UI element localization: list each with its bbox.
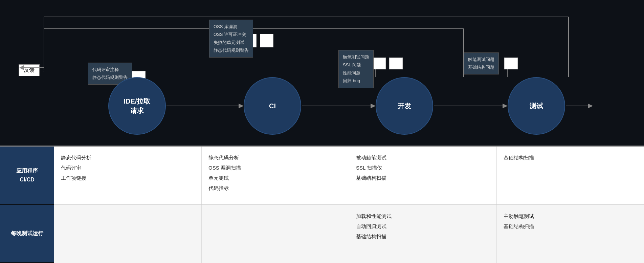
cell-r1-c3-l3: 基础结构扫描: [356, 173, 490, 183]
table-cell-r2-c4: 主动触笔测试 基础结构扫描: [497, 205, 644, 263]
feedback-label: 反馈: [24, 67, 35, 73]
tooltip-ci-line3: 失败的单元测试: [214, 39, 249, 46]
svg-marker-10: [239, 104, 244, 108]
table-left-label-2: 每晚测试运行: [11, 229, 43, 238]
table-row-top: 静态代码分析 代码评审 工作项链接 静态代码分析 OSS 漏洞扫描 单元测试 代…: [54, 147, 644, 205]
tooltip-test: 触笔测试问题 基础结构问题: [464, 52, 499, 74]
cell-r1-c2-l3: 单元测试: [208, 173, 342, 183]
svg-marker-14: [503, 104, 508, 108]
tooltip-dev-line1: 触笔测试问题: [343, 53, 369, 61]
table-cell-r1-c4: 基础结构扫描: [497, 147, 644, 204]
tooltip-test-line1: 触笔测试问题: [468, 56, 494, 63]
tooltip-ci: OSS 库漏洞 OSS 许可证冲突 失败的单元测试 静态代码规则警告: [209, 20, 253, 58]
table-right: 静态代码分析 代码评审 工作项链接 静态代码分析 OSS 漏洞扫描 单元测试 代…: [54, 147, 644, 263]
cell-r1-c2-l2: OSS 漏洞扫描: [208, 163, 342, 173]
white-block-test-1: [504, 58, 518, 69]
cell-r1-c1-l2: 代码评审: [61, 163, 195, 173]
table-left-label-1: 应用程序CI/CD: [16, 167, 38, 184]
white-block-dev-1: [372, 58, 386, 69]
table-cell-r2-c1: [54, 205, 202, 263]
table-cell-r2-c3: 加载和性能测试 自动回归测试 基础结构扫描: [349, 205, 497, 263]
cell-r1-c3-l1: 被动触笔测试: [356, 153, 490, 163]
circle-dev: 开发: [376, 77, 433, 135]
tooltip-test-line2: 基础结构问题: [468, 63, 494, 71]
tooltip-ci-line1: OSS 库漏洞: [214, 23, 249, 30]
cell-r1-c1-l3: 工作项链接: [61, 173, 195, 183]
table-cell-r1-c1: 静态代码分析 代码评审 工作项链接: [54, 147, 202, 204]
tooltip-dev-line3: 性能问题: [343, 69, 369, 77]
white-block-dev-2: [389, 58, 403, 69]
circle-dev-label: 开发: [398, 101, 411, 111]
tooltip-ci-line2: OSS 许可证冲突: [214, 30, 249, 38]
tooltip-ide-line1: 代码评审注释: [92, 66, 128, 73]
cell-r2-c3-l1: 加载和性能测试: [356, 211, 490, 221]
circle-ci: CI: [244, 77, 301, 135]
table-cell-r1-c3: 被动触笔测试 SSL 扫描仪 基础结构扫描: [349, 147, 497, 204]
circle-test-label: 测试: [530, 101, 543, 111]
diagram-area: 反馈: [0, 0, 644, 146]
main-container: 反馈: [0, 0, 644, 263]
svg-marker-12: [371, 104, 376, 108]
cell-r1-c3-l2: SSL 扫描仪: [356, 163, 490, 173]
white-block-ci-2: [260, 34, 273, 47]
tooltip-dev-line2: SSL 问题: [343, 61, 369, 69]
feedback-box: 反馈: [19, 64, 40, 76]
tooltip-dev-line4: 回归 bug: [343, 77, 369, 85]
cell-r1-c1-l1: 静态代码分析: [61, 153, 195, 163]
cell-r2-c4-l1: 主动触笔测试: [504, 211, 637, 221]
cell-r1-c4-l1: 基础结构扫描: [504, 153, 637, 163]
table-cell-r2-c2: [202, 205, 349, 263]
table-area: 应用程序CI/CD 每晚测试运行 静态代码分析 代码评审 工作项链接 静态代码分…: [0, 146, 644, 263]
cell-r2-c3-l2: 自动回归测试: [356, 221, 490, 232]
cell-r2-c4-l2: 基础结构扫描: [504, 221, 637, 232]
cell-r2-c3-l3: 基础结构扫描: [356, 232, 490, 242]
tooltip-ci-line4: 静态代码规则警告: [214, 46, 249, 54]
table-left-cell-1: 应用程序CI/CD: [0, 147, 54, 205]
cell-r1-c2-l1: 静态代码分析: [208, 153, 342, 163]
table-cell-r1-c2: 静态代码分析 OSS 漏洞扫描 单元测试 代码指标: [202, 147, 349, 204]
circle-ide: IDE/拉取请求: [108, 77, 166, 135]
cell-r1-c2-l4: 代码指标: [208, 183, 342, 193]
svg-marker-16: [588, 104, 593, 108]
table-left-cell-2: 每晚测试运行: [0, 205, 54, 263]
circle-ide-label: IDE/拉取请求: [124, 96, 151, 115]
tooltip-ide-line2: 静态代码规则警告: [92, 73, 128, 81]
tooltip-dev: 触笔测试问题 SSL 问题 性能问题 回归 bug: [338, 50, 374, 88]
table-left-column: 应用程序CI/CD 每晚测试运行: [0, 147, 54, 263]
table-row-bottom: 加载和性能测试 自动回归测试 基础结构扫描 主动触笔测试 基础结构扫描: [54, 205, 644, 263]
circle-test: 测试: [508, 77, 565, 135]
circle-ci-label: CI: [269, 101, 276, 111]
